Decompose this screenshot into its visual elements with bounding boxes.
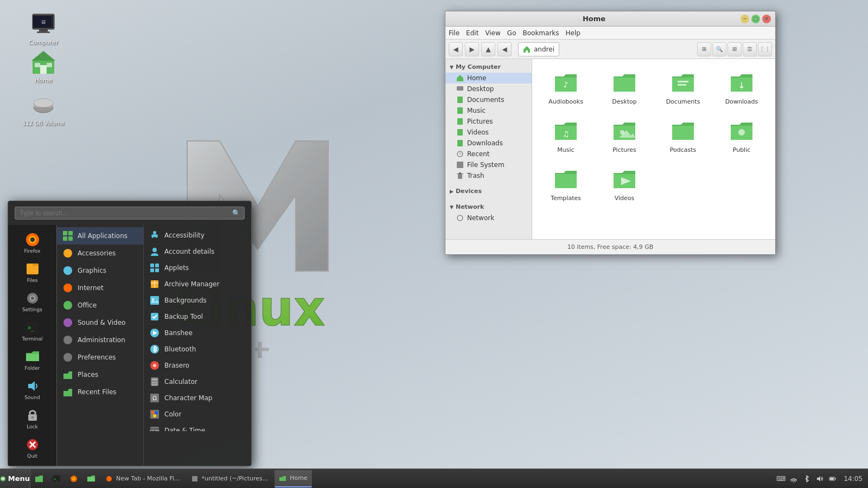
sm-app-date-time[interactable]: 14:05 Date & Time [144, 422, 251, 431]
fm-sidebar-recent[interactable]: Recent [445, 149, 532, 159]
sm-search-input[interactable] [15, 207, 245, 220]
folder-audiobooks-icon: ♪ [553, 70, 579, 96]
taskbar-start-button[interactable]: Menu [0, 469, 30, 489]
sm-cat-preferences[interactable]: Preferences [57, 349, 143, 366]
sm-app-accessibility[interactable]: Accessibility [144, 227, 251, 243]
folder-desktop[interactable]: Desktop [597, 66, 652, 110]
fm-sidebar-music[interactable]: Music [445, 105, 532, 116]
fm-sidebar-network-item[interactable]: Network [445, 213, 532, 223]
sm-cat-office[interactable]: Office [57, 297, 143, 314]
fm-body: ▼ My Computer Home Desktop Documents [445, 59, 775, 239]
sidebar-filesystem-icon [456, 161, 464, 169]
fm-sidebar-devices-header[interactable]: ▶ Devices [445, 185, 532, 197]
fm-sidebar-network-header[interactable]: ▼ Network [445, 201, 532, 213]
sm-app-applets[interactable]: Applets [144, 260, 251, 276]
desktop-icon-home[interactable]: Home [22, 49, 65, 84]
folder-public[interactable]: Public [714, 114, 769, 158]
sm-app-backup-tool[interactable]: Backup Tool [144, 309, 251, 325]
fm-sidebar-documents[interactable]: Documents [445, 94, 532, 105]
fm-forward-button[interactable]: ▶ [465, 42, 479, 56]
tray-network-icon[interactable] [789, 474, 798, 483]
sm-left-firefox[interactable]: Firefox [16, 229, 49, 256]
sm-cat-places[interactable]: Places [57, 366, 143, 383]
folder-audiobooks[interactable]: ♪ Audiobooks [539, 66, 593, 110]
files-icon [25, 261, 40, 277]
taskbar-app-firefox[interactable]: New Tab - Mozilla Fi... [101, 470, 184, 487]
fm-sidebar-pictures[interactable]: Pictures [445, 116, 532, 127]
fm-sidebar-desktop[interactable]: Desktop [445, 84, 532, 94]
fm-sidebar-videos[interactable]: Videos [445, 127, 532, 138]
fm-compact-view-btn[interactable]: ⋮⋮ [758, 42, 772, 56]
folder-downloads[interactable]: ↓ Downloads [714, 66, 769, 110]
sm-cat-recent-files[interactable]: Recent Files [57, 383, 143, 401]
tray-battery-icon[interactable] [828, 474, 837, 483]
sm-app-brasero[interactable]: Brasero [144, 357, 251, 374]
sm-app-account-details[interactable]: Account details [144, 243, 251, 260]
sm-left-folder[interactable]: Folder [16, 346, 49, 374]
tray-sound-icon[interactable] [815, 474, 824, 483]
sm-app-backgrounds[interactable]: Backgrounds [144, 292, 251, 309]
folder-templates[interactable]: Templates [539, 162, 593, 206]
sm-app-character-map[interactable]: Ω Character Map [144, 390, 251, 406]
sm-left-quit[interactable]: Quit [16, 434, 49, 461]
sm-left-settings[interactable]: Settings [16, 288, 49, 315]
tray-bluetooth-icon[interactable] [802, 474, 811, 483]
sm-cat-internet[interactable]: Internet [57, 279, 143, 297]
fm-maximize-button[interactable]: □ [751, 15, 760, 23]
sm-left-files[interactable]: Files [16, 259, 49, 286]
taskbar-app-home[interactable]: Home [275, 470, 311, 487]
sm-app-bluetooth[interactable]: Bluetooth [144, 341, 251, 357]
sm-left-terminal[interactable]: >_ Terminal [16, 317, 49, 344]
svg-rect-74 [155, 264, 159, 267]
fm-menu-go[interactable]: Go [507, 29, 516, 37]
folder-pictures[interactable]: Pictures [597, 114, 652, 158]
folder-music-icon: ♫ [553, 118, 579, 144]
fm-back-button[interactable]: ◀ [449, 42, 463, 56]
desktop-icon-computer[interactable]: 🖥 Computer [22, 11, 65, 46]
fm-sidebar-downloads[interactable]: Downloads [445, 138, 532, 149]
sm-app-archive-manager[interactable]: Archive Manager [144, 276, 251, 292]
fm-menu-bookmarks[interactable]: Bookmarks [522, 29, 559, 37]
folder-documents[interactable]: Documents [656, 66, 710, 110]
fm-list-view-btn[interactable]: ☰ [743, 42, 757, 56]
fm-sidebar-filesystem[interactable]: File System [445, 159, 532, 170]
fm-sidebar-my-computer-header[interactable]: ▼ My Computer [445, 61, 532, 73]
sm-cat-all-apps[interactable]: All Applications [57, 227, 143, 245]
fm-location-bar[interactable]: andrei [518, 42, 559, 56]
desktop-icon-volume[interactable]: 112 GB Volume [22, 92, 65, 126]
sm-left-sound[interactable]: Sound [16, 376, 49, 403]
sm-cat-sound-video[interactable]: Sound & Video [57, 314, 143, 331]
fm-menu-file[interactable]: File [449, 29, 459, 37]
fm-sidebar-home[interactable]: Home [445, 73, 532, 84]
folder-music[interactable]: ♫ Music [539, 114, 593, 158]
fm-minimize-button[interactable]: − [741, 15, 749, 23]
folder-videos-icon [611, 166, 637, 192]
folder-podcasts[interactable]: Podcasts [656, 114, 710, 158]
sm-left-lock[interactable]: Lock [16, 405, 49, 432]
fm-close-button[interactable]: ✕ [762, 15, 771, 23]
fm-search-btn[interactable]: 🔍 [712, 42, 726, 56]
taskbar-quick-terminal[interactable]: >_ [49, 470, 64, 487]
sm-cat-administration[interactable]: Administration [57, 331, 143, 349]
taskbar-quick-files[interactable] [31, 470, 47, 487]
fm-menu-help[interactable]: Help [566, 29, 580, 37]
fm-icon-view-btn[interactable]: ⊞ [727, 42, 742, 56]
fm-menu-edit[interactable]: Edit [466, 29, 478, 37]
sm-app-banshee[interactable]: Banshee [144, 325, 251, 341]
sm-cat-accessories[interactable]: Accessories [57, 245, 143, 262]
fm-sidebar-trash[interactable]: Trash [445, 170, 532, 181]
sm-cat-graphics[interactable]: Graphics [57, 262, 143, 279]
fm-up-button[interactable]: ▲ [481, 42, 495, 56]
sm-app-calculator[interactable]: Calculator [144, 374, 251, 390]
fm-path-button[interactable]: ◀ [497, 42, 512, 56]
taskbar-app-editor[interactable]: *untitled (~/Pictures... [187, 470, 273, 487]
fm-sidebar-network-label: Network [456, 203, 484, 210]
taskbar-quick-folder[interactable] [84, 470, 99, 487]
sound-app-icon [25, 378, 40, 394]
sm-app-color[interactable]: Color [144, 406, 251, 422]
taskbar-quick-browser[interactable] [66, 470, 81, 487]
tray-keyboard-icon[interactable]: ⌨ [776, 474, 785, 483]
fm-menu-view[interactable]: View [485, 29, 500, 37]
fm-preview-btn[interactable]: ⊞ [697, 42, 711, 56]
folder-videos[interactable]: Videos [597, 162, 652, 206]
